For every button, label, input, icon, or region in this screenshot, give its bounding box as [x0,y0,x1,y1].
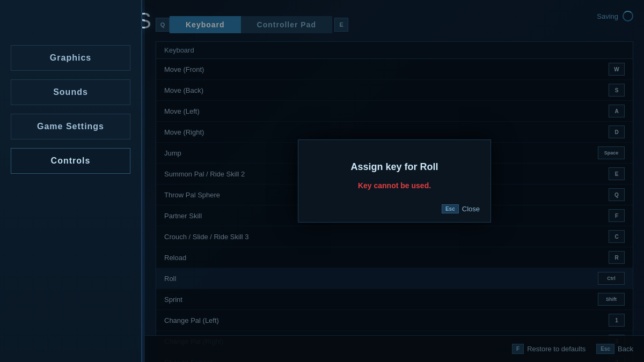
modal-close-button[interactable]: Esc Close [442,204,480,213]
sidebar-item-controls[interactable]: Controls [11,148,130,174]
sidebar-item-sounds[interactable]: Sounds [11,79,130,105]
modal-close-key: Esc [442,204,459,213]
modal-overlay: Assign key for Roll Key cannot be used. … [145,0,644,362]
main-content: Q Keyboard Controller Pad E Keyboard Mov… [145,0,644,362]
modal-close-label: Close [462,205,480,213]
modal-box: Assign key for Roll Key cannot be used. … [298,139,491,223]
modal-error: Key cannot be used. [341,181,448,190]
sidebar: Graphics Sounds Game Settings Controls [0,0,142,362]
sidebar-item-game-settings[interactable]: Game Settings [11,114,130,139]
sidebar-item-graphics[interactable]: Graphics [11,45,130,71]
modal-title: Assign key for Roll [341,161,448,173]
